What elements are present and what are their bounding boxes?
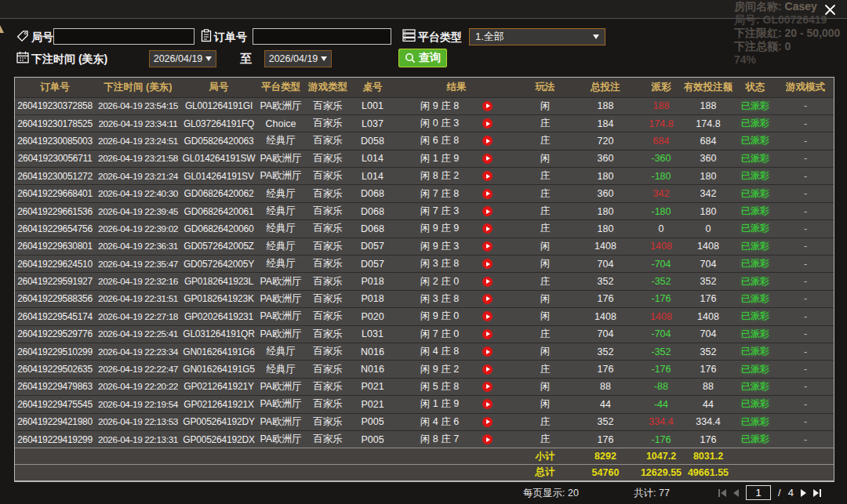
play-icon[interactable] (482, 399, 493, 409)
play-icon[interactable] (482, 136, 493, 146)
cell-payout: -176 (639, 290, 683, 307)
cell-status: 已派彩 (733, 361, 777, 378)
play-icon[interactable] (482, 118, 493, 129)
play-icon[interactable] (482, 223, 493, 234)
cell-valid-bet: 176 (683, 290, 733, 307)
play-icon[interactable] (482, 417, 493, 427)
cell-round-number: GP0182641923L (181, 273, 256, 290)
prev-page-button[interactable] (733, 489, 739, 497)
cell-payout: 334.4 (639, 413, 683, 430)
cell-table-number: D068 (351, 185, 394, 202)
date-from-picker[interactable]: 2026/04/19 (149, 50, 216, 67)
cell-platform-type: 经典厅 (256, 220, 305, 237)
cell-status: 已派彩 (733, 132, 777, 150)
cell-valid-bet: 0 (683, 220, 733, 237)
clipboard-icon (200, 29, 213, 42)
round-number-label: 局号 (31, 29, 53, 45)
play-icon[interactable] (482, 154, 493, 164)
cell-game-mode: - (777, 325, 834, 343)
platform-type-select[interactable]: 1.全部 (469, 28, 605, 45)
cell-bet-time: 2026-04-19 23:34:11 (95, 114, 181, 132)
play-icon[interactable] (482, 189, 493, 199)
play-icon[interactable] (482, 329, 493, 339)
column-header-round-number: 局号 (181, 78, 256, 97)
play-icon[interactable] (482, 101, 493, 111)
cell-result: 闲 7 庄 0 (394, 325, 518, 343)
cell-game-mode: - (777, 220, 834, 237)
play-icon[interactable] (482, 241, 493, 252)
cell-result: 闲 4 庄 8 (394, 343, 518, 360)
query-button[interactable]: 查询 (398, 49, 447, 67)
result-text: 闲 6 庄 8 (420, 134, 459, 147)
cell-round-number: GL001264191GI (181, 97, 256, 114)
subtotal-row-empty (394, 448, 518, 465)
table-row: 2604192294219802026-04-19 22:13:53GP0052… (15, 413, 834, 430)
cell-play-type: 闲 (518, 290, 572, 307)
total-row-empty (394, 464, 518, 480)
play-icon[interactable] (482, 277, 493, 287)
cell-game-type: 百家乐 (305, 132, 351, 150)
cell-payout: -180 (639, 168, 683, 185)
first-page-button[interactable] (718, 489, 726, 497)
next-page-button[interactable] (801, 489, 806, 497)
result-text: 闲 7 庄 3 (420, 205, 459, 218)
cell-table-number: P018 (351, 290, 394, 307)
result-text: 闲 1 庄 9 (420, 397, 459, 411)
cell-game-type: 百家乐 (305, 97, 351, 114)
cell-total-bet: 352 (572, 343, 639, 360)
cell-result: 闲 6 庄 8 (394, 132, 518, 150)
subtotal-row-empty (777, 448, 834, 465)
cell-result: 闲 8 庄 2 (394, 168, 518, 185)
cell-table-number: D057 (351, 256, 394, 273)
cell-table-number: P018 (351, 273, 394, 290)
table-row: 2604192296547562026-04-19 22:39:02GD0682… (15, 220, 834, 237)
cell-game-mode: - (777, 202, 834, 219)
cell-game-mode: - (777, 378, 834, 395)
play-icon[interactable] (482, 434, 493, 444)
cell-order-number: 260419229479863 (15, 378, 95, 395)
cell-payout: -44 (639, 396, 683, 413)
platform-type-label: 平台类型 (418, 29, 462, 45)
date-to-picker[interactable]: 2026/04/19 (264, 50, 332, 67)
cell-platform-type: PA欧洲厅 (256, 168, 305, 185)
cell-round-number: GL014264191SW (181, 150, 256, 167)
page-number-input[interactable] (746, 485, 771, 500)
cell-status: 已派彩 (733, 220, 777, 237)
cell-game-mode: - (777, 413, 834, 430)
footer-bar: 每页显示: 20 共计: 77 / 4 (0, 482, 847, 504)
cell-total-bet: 352 (572, 273, 639, 290)
order-number-input[interactable] (253, 28, 391, 45)
cell-order-number: 260419229591927 (15, 273, 95, 290)
play-icon[interactable] (482, 346, 493, 357)
cell-total-bet: 360 (572, 185, 639, 202)
cell-game-type: 百家乐 (305, 308, 351, 325)
cell-round-number: GD06826420061 (181, 202, 256, 219)
cell-game-type: 百家乐 (305, 150, 351, 167)
play-icon[interactable] (482, 259, 493, 269)
cell-platform-type: 经典厅 (256, 237, 305, 255)
cell-payout: -704 (639, 325, 683, 343)
cell-game-type: 百家乐 (305, 237, 351, 255)
play-icon[interactable] (482, 364, 493, 375)
cell-platform-type: 经典厅 (256, 185, 305, 202)
cell-bet-time: 2026-04-19 22:32:16 (95, 273, 181, 290)
last-page-button[interactable] (813, 489, 821, 497)
cell-valid-bet: 1408 (683, 308, 733, 325)
round-number-input[interactable] (53, 28, 194, 45)
play-icon[interactable] (482, 311, 493, 321)
cell-game-type: 百家乐 (305, 361, 351, 378)
cell-total-bet: 704 (572, 256, 639, 273)
cell-total-bet: 180 (572, 168, 639, 185)
cell-total-bet: 176 (572, 361, 639, 378)
cell-result: 闲 9 庄 2 (394, 361, 518, 378)
play-icon[interactable] (482, 294, 493, 304)
play-icon[interactable] (482, 171, 493, 181)
cell-order-number: 260419230178525 (15, 114, 95, 132)
cell-payout: -352 (639, 343, 683, 360)
play-icon[interactable] (482, 382, 493, 392)
cell-game-type: 百家乐 (305, 413, 351, 430)
play-icon[interactable] (482, 206, 493, 216)
total-row-empty (733, 464, 777, 480)
close-icon[interactable] (822, 2, 838, 17)
cell-valid-bet: 360 (683, 150, 733, 167)
